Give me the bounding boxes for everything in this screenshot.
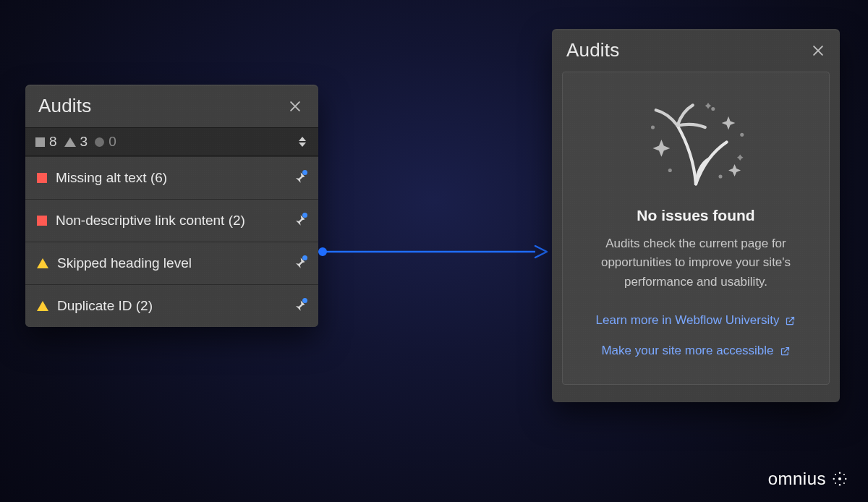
svg-point-10 <box>833 478 835 480</box>
issue-label: Missing alt text (6) <box>56 170 167 186</box>
issue-row[interactable]: Duplicate ID (2) <box>25 284 318 327</box>
svg-point-5 <box>718 175 722 179</box>
empty-state-title: No issues found <box>579 207 813 224</box>
warning-severity-icon <box>37 301 48 311</box>
svg-point-6 <box>668 169 672 172</box>
info-count-value: 0 <box>109 134 116 150</box>
brand-glyph-icon <box>832 471 848 487</box>
pin-indicator-dot <box>302 255 307 260</box>
close-icon <box>288 99 302 114</box>
issue-label: Non-descriptive link content (2) <box>56 213 245 229</box>
panel-title: Audits <box>566 39 619 61</box>
pin-button[interactable] <box>292 213 307 228</box>
link-label: Learn more in Webflow University <box>596 313 780 328</box>
issue-row-left: Skipped heading level <box>37 255 192 271</box>
issue-row[interactable]: Non-descriptive link content (2) <box>25 199 318 242</box>
expand-collapse-toggle[interactable] <box>295 132 310 151</box>
brand-name: omnius <box>768 469 826 489</box>
svg-point-3 <box>711 107 715 111</box>
issue-row-left: Duplicate ID (2) <box>37 298 153 314</box>
svg-point-15 <box>843 482 845 484</box>
issue-counts-row[interactable]: 8 3 0 <box>25 127 318 156</box>
audits-panel-with-issues: Audits 8 3 0 Missing alt text (6)Non-des… <box>25 85 318 327</box>
svg-point-9 <box>839 484 841 485</box>
external-link-icon <box>780 346 791 357</box>
link-label: Make your site more accessible <box>601 344 773 358</box>
issue-row[interactable]: Skipped heading level <box>25 242 318 284</box>
pin-button[interactable] <box>292 256 307 271</box>
warning-count-icon <box>64 137 76 147</box>
issue-label: Duplicate ID (2) <box>57 298 153 314</box>
error-count-value: 8 <box>49 134 57 150</box>
panel-header: Audits <box>25 85 318 127</box>
flow-arrow <box>318 243 548 260</box>
chevron-down-icon <box>299 142 306 147</box>
svg-point-11 <box>845 478 846 480</box>
svg-point-0 <box>318 247 327 256</box>
chevron-up-icon <box>299 137 306 141</box>
empty-state-description: Audits check the current page for opport… <box>579 234 813 292</box>
svg-point-2 <box>651 126 655 129</box>
svg-point-8 <box>839 472 841 474</box>
pin-button[interactable] <box>292 299 307 313</box>
learn-more-link[interactable]: Learn more in Webflow University <box>579 309 813 332</box>
firework-illustration <box>579 97 813 191</box>
panel-title: Audits <box>38 95 91 117</box>
issue-label: Skipped heading level <box>57 255 192 271</box>
warning-count: 3 <box>64 134 88 150</box>
svg-point-12 <box>835 474 836 475</box>
warning-count-value: 3 <box>80 134 88 150</box>
error-count-icon <box>35 137 45 147</box>
error-count: 8 <box>35 134 57 150</box>
error-severity-icon <box>37 216 47 226</box>
svg-point-13 <box>843 474 845 475</box>
empty-state-card: No issues found Audits check the current… <box>562 72 830 385</box>
accessibility-link[interactable]: Make your site more accessible <box>579 339 813 362</box>
pin-button[interactable] <box>292 171 307 185</box>
panel-header: Audits <box>552 29 840 72</box>
warning-severity-icon <box>37 258 48 268</box>
info-count-icon <box>95 137 104 147</box>
audits-panel-empty: Audits <box>552 29 840 402</box>
issue-row[interactable]: Missing alt text (6) <box>25 156 318 199</box>
issue-row-left: Non-descriptive link content (2) <box>37 213 245 229</box>
brand-watermark: omnius <box>768 469 848 489</box>
pin-indicator-dot <box>302 298 307 303</box>
pin-indicator-dot <box>302 170 307 175</box>
external-link-icon <box>785 315 796 326</box>
pin-indicator-dot <box>302 213 307 218</box>
issue-row-left: Missing alt text (6) <box>37 170 167 186</box>
error-severity-icon <box>37 173 47 183</box>
svg-point-4 <box>740 133 744 137</box>
close-button[interactable] <box>808 41 828 61</box>
info-count: 0 <box>95 134 116 150</box>
close-icon <box>811 43 825 58</box>
svg-point-14 <box>835 482 836 484</box>
close-button[interactable] <box>285 96 305 116</box>
svg-point-7 <box>838 477 841 480</box>
